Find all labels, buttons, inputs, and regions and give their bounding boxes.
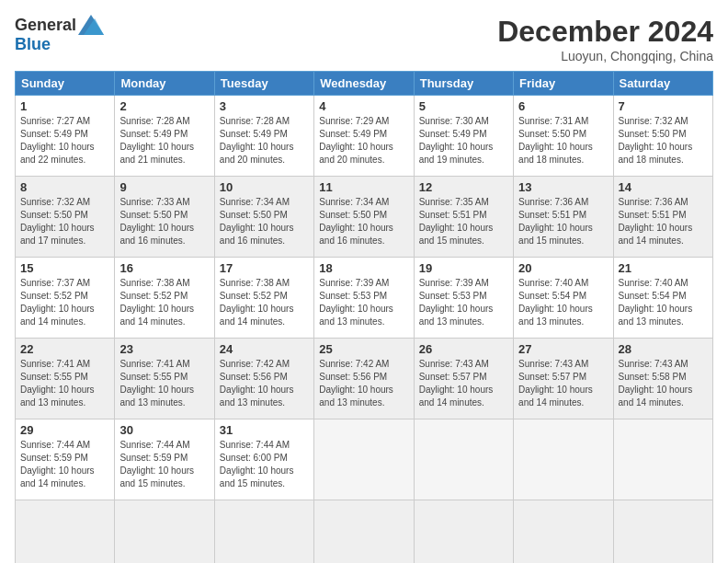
day-info: Sunrise: 7:43 AMSunset: 5:57 PMDaylight:…	[419, 358, 508, 409]
day-number: 2	[119, 99, 209, 113]
day-number: 16	[119, 261, 209, 275]
table-row: 25Sunrise: 7:42 AMSunset: 5:56 PMDayligh…	[314, 339, 414, 419]
day-info: Sunrise: 7:29 AMSunset: 5:49 PMDaylight:…	[319, 115, 408, 167]
day-info: Sunrise: 7:32 AMSunset: 5:50 PMDaylight:…	[619, 115, 708, 167]
day-number: 28	[619, 342, 708, 356]
day-number: 27	[518, 342, 608, 356]
table-row	[514, 500, 613, 564]
day-info: Sunrise: 7:28 AMSunset: 5:49 PMDaylight:…	[220, 115, 309, 167]
table-row: 17Sunrise: 7:38 AMSunset: 5:52 PMDayligh…	[214, 258, 313, 339]
day-info: Sunrise: 7:39 AMSunset: 5:53 PMDaylight:…	[319, 277, 408, 328]
day-info: Sunrise: 7:41 AMSunset: 5:55 PMDaylight:…	[20, 358, 109, 409]
day-info: Sunrise: 7:44 AMSunset: 5:59 PMDaylight:…	[20, 439, 109, 490]
day-number: 22	[20, 342, 109, 356]
day-number: 19	[419, 261, 508, 275]
day-info: Sunrise: 7:38 AMSunset: 5:52 PMDaylight:…	[119, 277, 209, 328]
day-info: Sunrise: 7:35 AMSunset: 5:51 PMDaylight:…	[419, 196, 508, 247]
day-info: Sunrise: 7:30 AMSunset: 5:49 PMDaylight:…	[419, 115, 508, 167]
day-info: Sunrise: 7:43 AMSunset: 5:58 PMDaylight:…	[619, 358, 708, 409]
table-row	[613, 500, 712, 564]
day-info: Sunrise: 7:33 AMSunset: 5:50 PMDaylight:…	[119, 196, 209, 247]
table-row	[613, 419, 712, 500]
table-row: 1Sunrise: 7:27 AMSunset: 5:49 PMDaylight…	[16, 96, 115, 177]
header-sunday: Sunday	[16, 72, 115, 96]
table-row: 2Sunrise: 7:28 AMSunset: 5:49 PMDaylight…	[115, 96, 214, 177]
day-number: 20	[518, 261, 608, 275]
weekday-header-row: Sunday Monday Tuesday Wednesday Thursday…	[16, 72, 713, 96]
table-row: 11Sunrise: 7:34 AMSunset: 5:50 PMDayligh…	[314, 177, 414, 258]
header-monday: Monday	[115, 72, 214, 96]
day-number: 8	[20, 180, 109, 194]
day-number: 11	[319, 180, 408, 194]
calendar-row: 22Sunrise: 7:41 AMSunset: 5:55 PMDayligh…	[16, 339, 713, 419]
table-row: 8Sunrise: 7:32 AMSunset: 5:50 PMDaylight…	[16, 177, 115, 258]
table-row	[414, 419, 513, 500]
table-row: 13Sunrise: 7:36 AMSunset: 5:51 PMDayligh…	[514, 177, 613, 258]
day-info: Sunrise: 7:27 AMSunset: 5:49 PMDaylight:…	[20, 115, 109, 167]
header-friday: Friday	[514, 72, 613, 96]
title-section: December 2024 Luoyun, Chongqing, China	[497, 15, 713, 63]
table-row: 30Sunrise: 7:44 AMSunset: 5:59 PMDayligh…	[115, 419, 214, 500]
day-number: 1	[20, 99, 109, 113]
day-info: Sunrise: 7:39 AMSunset: 5:53 PMDaylight:…	[419, 277, 508, 328]
day-number: 23	[119, 342, 209, 356]
day-number: 30	[119, 423, 209, 437]
logo-icon	[78, 15, 104, 35]
table-row: 7Sunrise: 7:32 AMSunset: 5:50 PMDaylight…	[613, 96, 712, 177]
day-info: Sunrise: 7:34 AMSunset: 5:50 PMDaylight:…	[319, 196, 408, 247]
table-row	[115, 500, 214, 564]
day-info: Sunrise: 7:43 AMSunset: 5:57 PMDaylight:…	[518, 358, 608, 409]
day-number: 21	[619, 261, 708, 275]
table-row: 22Sunrise: 7:41 AMSunset: 5:55 PMDayligh…	[16, 339, 115, 419]
day-number: 29	[20, 423, 109, 437]
location-text: Luoyun, Chongqing, China	[497, 49, 713, 63]
calendar-row	[16, 500, 713, 564]
table-row: 31Sunrise: 7:44 AMSunset: 6:00 PMDayligh…	[214, 419, 313, 500]
table-row: 15Sunrise: 7:37 AMSunset: 5:52 PMDayligh…	[16, 258, 115, 339]
day-info: Sunrise: 7:28 AMSunset: 5:49 PMDaylight:…	[119, 115, 209, 167]
day-number: 9	[119, 180, 209, 194]
day-number: 3	[220, 99, 309, 113]
logo-general-text: General	[15, 16, 76, 35]
table-row: 18Sunrise: 7:39 AMSunset: 5:53 PMDayligh…	[314, 258, 414, 339]
day-info: Sunrise: 7:32 AMSunset: 5:50 PMDaylight:…	[20, 196, 109, 247]
day-info: Sunrise: 7:41 AMSunset: 5:55 PMDaylight:…	[119, 358, 209, 409]
day-info: Sunrise: 7:44 AMSunset: 6:00 PMDaylight:…	[220, 439, 309, 490]
table-row: 3Sunrise: 7:28 AMSunset: 5:49 PMDaylight…	[214, 96, 313, 177]
day-number: 12	[419, 180, 508, 194]
table-row	[514, 419, 613, 500]
calendar-row: 15Sunrise: 7:37 AMSunset: 5:52 PMDayligh…	[16, 258, 713, 339]
table-row: 29Sunrise: 7:44 AMSunset: 5:59 PMDayligh…	[16, 419, 115, 500]
table-row: 24Sunrise: 7:42 AMSunset: 5:56 PMDayligh…	[214, 339, 313, 419]
calendar-row: 29Sunrise: 7:44 AMSunset: 5:59 PMDayligh…	[16, 419, 713, 500]
table-row: 16Sunrise: 7:38 AMSunset: 5:52 PMDayligh…	[115, 258, 214, 339]
day-info: Sunrise: 7:34 AMSunset: 5:50 PMDaylight:…	[220, 196, 309, 247]
day-number: 15	[20, 261, 109, 275]
table-row: 28Sunrise: 7:43 AMSunset: 5:58 PMDayligh…	[613, 339, 712, 419]
table-row: 26Sunrise: 7:43 AMSunset: 5:57 PMDayligh…	[414, 339, 513, 419]
table-row: 20Sunrise: 7:40 AMSunset: 5:54 PMDayligh…	[514, 258, 613, 339]
day-number: 14	[619, 180, 708, 194]
table-row	[314, 500, 414, 564]
table-row: 27Sunrise: 7:43 AMSunset: 5:57 PMDayligh…	[514, 339, 613, 419]
logo-blue-text: Blue	[15, 35, 51, 54]
table-row	[214, 500, 313, 564]
day-number: 6	[518, 99, 608, 113]
day-number: 24	[220, 342, 309, 356]
table-row: 9Sunrise: 7:33 AMSunset: 5:50 PMDaylight…	[115, 177, 214, 258]
day-info: Sunrise: 7:44 AMSunset: 5:59 PMDaylight:…	[119, 439, 209, 490]
day-number: 13	[518, 180, 608, 194]
header-thursday: Thursday	[414, 72, 513, 96]
day-number: 17	[220, 261, 309, 275]
calendar-row: 8Sunrise: 7:32 AMSunset: 5:50 PMDaylight…	[16, 177, 713, 258]
table-row	[314, 419, 414, 500]
logo: General Blue	[15, 15, 104, 54]
day-number: 26	[419, 342, 508, 356]
table-row: 4Sunrise: 7:29 AMSunset: 5:49 PMDaylight…	[314, 96, 414, 177]
table-row	[16, 500, 115, 564]
day-info: Sunrise: 7:31 AMSunset: 5:50 PMDaylight:…	[518, 115, 608, 167]
page-container: General Blue December 2024 Luoyun, Chong…	[0, 0, 728, 563]
day-info: Sunrise: 7:38 AMSunset: 5:52 PMDaylight:…	[220, 277, 309, 328]
day-number: 10	[220, 180, 309, 194]
day-number: 31	[220, 423, 309, 437]
